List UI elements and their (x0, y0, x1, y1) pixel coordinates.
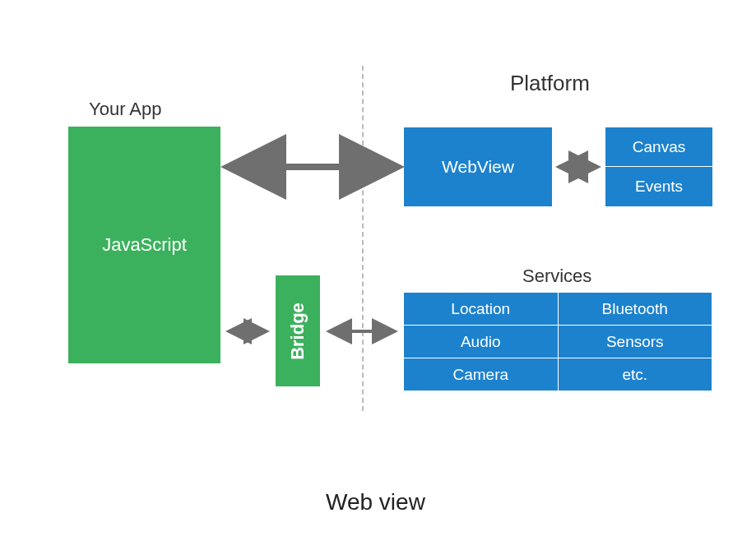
cell-events-label: Events (635, 178, 683, 196)
service-cell: Sensors (558, 326, 712, 358)
box-webview: WebView (404, 127, 552, 206)
box-webview-label: WebView (442, 157, 514, 177)
box-bridge: Bridge (276, 275, 320, 386)
divider-vertical (362, 66, 364, 411)
table-row: AudioSensors (404, 326, 712, 358)
stack-canvas-events: Canvas Events (605, 127, 712, 206)
table-services: LocationBluetoothAudioSensorsCameraetc. (403, 292, 712, 391)
arrow-bridge-services (322, 322, 401, 340)
label-services: Services (522, 266, 591, 287)
arrow-js-webview (222, 155, 403, 179)
cell-canvas-label: Canvas (633, 138, 685, 156)
arrow-webview-canvas (553, 158, 604, 176)
service-cell: Bluetooth (558, 293, 712, 326)
box-javascript: JavaScript (68, 127, 220, 363)
table-row: Cameraetc. (404, 358, 712, 391)
service-cell: etc. (558, 358, 712, 391)
label-platform: Platform (510, 71, 590, 96)
service-cell: Camera (404, 358, 559, 391)
box-javascript-label: JavaScript (102, 234, 187, 256)
label-your-app: Your App (89, 99, 162, 120)
table-row: LocationBluetooth (404, 293, 712, 326)
caption-webview: Web view (326, 489, 425, 515)
box-bridge-label: Bridge (287, 303, 308, 360)
cell-canvas: Canvas (605, 127, 712, 167)
arrow-js-bridge (222, 322, 273, 340)
cell-events: Events (605, 167, 712, 206)
service-cell: Audio (404, 326, 559, 358)
service-cell: Location (404, 293, 559, 326)
